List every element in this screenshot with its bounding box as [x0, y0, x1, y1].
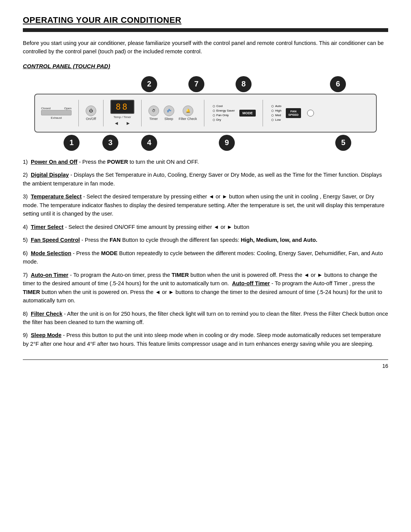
mode-indicators: Cool Energy Saver Fan Only Dry [213, 104, 235, 121]
label-fan-speed: Fan Speed Control [31, 237, 80, 243]
right-arrow-btn[interactable]: ► [126, 120, 131, 126]
sleep-icon[interactable]: 💤 [164, 105, 174, 116]
on-off-label: On/Off [86, 117, 96, 121]
badge-7: 7 [188, 76, 204, 92]
badge-8: 8 [236, 76, 252, 92]
badge-2: 2 [141, 76, 157, 92]
instruction-8: 8) Filter Check - After the unit is on f… [23, 310, 388, 327]
instruction-2: 2) Digital Display - Displays the Set Te… [23, 171, 388, 188]
badge-3: 3 [102, 135, 118, 151]
label-sleep-mode: Sleep Mode [31, 332, 62, 338]
label-power-on-off: Power On and Off [31, 159, 77, 165]
instruction-3: 3) Temperature Select - Select the desir… [23, 192, 388, 218]
instruction-5: 5) Fan Speed Control - Press the FAN But… [23, 236, 388, 244]
label-auto-off-timer: Auto-off Timer [232, 280, 270, 286]
vent-closed-label: Closed [41, 107, 51, 110]
power-icon[interactable]: ⏻ [86, 105, 96, 116]
filter-check-label: Filter Check [179, 117, 197, 121]
panel-box: Closed Open Exhaust ⏻ On/Off 88 Temp / T… [34, 94, 377, 133]
badge-6: 6 [330, 76, 346, 92]
label-digital-display: Digital Display [31, 172, 69, 178]
page-number: 16 [382, 363, 388, 369]
timer-section: ⏱ Timer [148, 105, 159, 121]
sleep-section: 💤 Sleep [164, 105, 174, 121]
on-off-section: ⏻ On/Off [86, 105, 96, 121]
page-title: OPERATING YOUR AIR CONDITIONER [23, 15, 388, 25]
page-footer: 16 [23, 359, 388, 369]
timer-icon[interactable]: ⏱ [148, 105, 159, 116]
fan-circle-indicator [307, 110, 314, 117]
title-bar [23, 28, 388, 32]
digital-display: 88 [110, 100, 134, 114]
filter-check-section: 🔔 Filter Check [179, 105, 197, 121]
instructions-list: 1) Power On and Off - Press the POWER to… [23, 158, 388, 348]
control-panel-diagram: 2 7 8 6 Closed Open Exhaust ⏻ On/Off [34, 76, 377, 151]
vent-section: Closed Open Exhaust [41, 107, 72, 120]
instruction-4: 4) Timer Select - Select the desired ON/… [23, 223, 388, 231]
instruction-6: 6) Mode Selection - Press the MODE Butto… [23, 249, 388, 266]
temp-timer-label: Temp / Timer [113, 115, 131, 119]
instruction-7: 7) Auto-on Timer - To program the Auto-o… [23, 271, 388, 305]
fan-speed-button[interactable]: FANSPEED [286, 108, 301, 118]
filter-check-icon[interactable]: 🔔 [183, 105, 193, 116]
mode-button[interactable]: MODE [239, 110, 256, 117]
intro-text: Before you start using your air conditio… [23, 39, 388, 56]
mode-button-section: MODE [239, 110, 256, 117]
label-mode-selection: Mode Selection [31, 250, 71, 256]
label-temp-select: Temperature Select [31, 193, 82, 200]
label-auto-on-timer: Auto-on Timer [31, 272, 68, 278]
vent-open-label: Open [64, 107, 72, 110]
sleep-label: Sleep [164, 117, 173, 121]
fan-speed-button-section: FANSPEED [286, 108, 301, 118]
badge-5: 5 [335, 135, 351, 151]
badge-9: 9 [219, 135, 235, 151]
timer-label: Timer [149, 117, 158, 121]
badge-1: 1 [64, 135, 80, 151]
label-timer-select: Timer Select [31, 224, 64, 230]
display-section: 88 Temp / Timer ◄ ► [110, 100, 134, 126]
exhaust-label: Exhaust [51, 116, 62, 120]
badge-4: 4 [141, 135, 157, 151]
label-filter-check: Filter Check [31, 311, 62, 317]
left-arrow-btn[interactable]: ◄ [114, 120, 119, 126]
fan-speed-indicators: Auto High Med Low [271, 104, 281, 121]
instruction-1: 1) Power On and Off - Press the POWER to… [23, 158, 388, 166]
section-title: CONTROL PANEL (TOUCH PAD) [23, 63, 388, 69]
instruction-9: 9) Sleep Mode - Press this button to put… [23, 331, 388, 348]
